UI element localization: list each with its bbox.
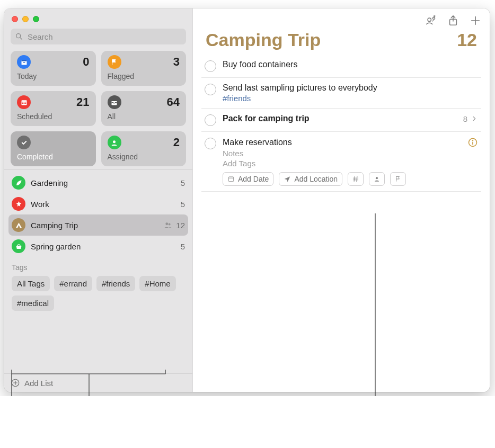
tent-icon [12, 218, 25, 232]
list-label: Spring garden [31, 242, 175, 251]
reminder-title: Make reservations [223, 138, 292, 147]
collaborate-icon[interactable] [425, 15, 437, 26]
svg-rect-3 [21, 60, 26, 61]
list-label: Gardening [31, 178, 175, 187]
smart-completed[interactable]: Completed [11, 131, 96, 166]
reminder-title: Pack for camping trip [223, 114, 310, 123]
smart-completed-label: Completed [17, 153, 90, 161]
smart-flagged[interactable]: 3 Flagged [101, 51, 187, 86]
add-location-label: Add Location [294, 175, 338, 183]
reminder-row[interactable]: Send last sampling pictures to everybody… [201, 78, 481, 109]
list-count: 12 [176, 221, 185, 230]
reminder-row-editing[interactable]: Make reservations Notes Add Tags Add Dat… [201, 132, 481, 192]
add-tag-button[interactable] [348, 172, 364, 186]
add-date-button[interactable]: Add Date [223, 172, 273, 186]
svg-rect-4 [23, 62, 25, 62]
reminder-row[interactable]: Pack for camping trip 8 [201, 109, 481, 132]
svg-point-18 [428, 18, 431, 21]
share-icon[interactable] [447, 15, 459, 26]
smart-assigned-count: 2 [173, 136, 180, 149]
list-title: Camping Trip [206, 30, 321, 50]
notes-field[interactable]: Notes [223, 149, 478, 158]
reminder-row[interactable]: Buy food containers [201, 55, 481, 78]
calendar-grid-icon [17, 95, 31, 109]
svg-rect-9 [22, 103, 23, 103]
close-window-button[interactable] [12, 16, 18, 22]
person-icon [373, 175, 381, 183]
tag-home[interactable]: #Home [139, 276, 175, 291]
check-icon [17, 136, 31, 149]
reminders-window: 0 Today 3 Flagged [4, 8, 490, 392]
list-camping-trip[interactable]: Camping Trip 12 [8, 214, 188, 236]
my-lists: Gardening 5 Work 5 Camping Trip [4, 169, 192, 313]
list-count: 5 [181, 178, 185, 187]
search-field[interactable] [11, 29, 186, 44]
smart-scheduled[interactable]: 21 Scheduled [11, 91, 96, 126]
zoom-window-button[interactable] [33, 16, 39, 22]
smart-today[interactable]: 0 Today [11, 51, 96, 86]
list-header: Camping Trip 12 [193, 29, 490, 55]
svg-point-0 [16, 34, 21, 38]
subtask-count: 8 [463, 114, 467, 123]
minimize-window-button[interactable] [22, 16, 29, 22]
list-gardening[interactable]: Gardening 5 [4, 172, 192, 193]
svg-point-13 [166, 222, 169, 225]
smart-flagged-label: Flagged [108, 72, 180, 80]
svg-rect-8 [25, 102, 26, 102]
assign-button[interactable] [369, 172, 385, 186]
smart-flagged-count: 3 [173, 55, 180, 69]
shared-icon [163, 220, 173, 230]
chevron-right-icon[interactable] [471, 115, 478, 122]
list-count: 5 [181, 242, 185, 251]
smart-lists: 0 Today 3 Flagged [4, 51, 192, 169]
complete-toggle[interactable] [205, 138, 216, 149]
calendar-icon [17, 55, 31, 69]
svg-rect-10 [23, 103, 24, 103]
smart-all-label: All [108, 112, 180, 121]
reminder-title: Send last sampling pictures to everybody [223, 83, 377, 93]
search-icon [15, 32, 23, 41]
basket-icon [12, 239, 25, 253]
main-panel: Camping Trip 12 Buy food containers Send… [193, 8, 490, 392]
complete-toggle[interactable] [205, 114, 216, 126]
add-list-button[interactable]: Add List [4, 373, 192, 392]
add-tags-field[interactable]: Add Tags [223, 159, 478, 168]
search-input[interactable] [26, 32, 182, 42]
calendar-icon [227, 175, 235, 183]
reminder-tag-link[interactable]: #friends [223, 94, 478, 103]
svg-point-28 [376, 177, 378, 179]
smart-today-count: 0 [83, 55, 89, 69]
location-icon [284, 175, 291, 183]
list-work[interactable]: Work 5 [4, 193, 192, 214]
window-controls [4, 8, 192, 25]
tag-all[interactable]: All Tags [12, 276, 50, 291]
svg-rect-5 [21, 100, 26, 105]
flag-button[interactable] [390, 172, 406, 186]
svg-point-12 [113, 140, 116, 143]
smart-scheduled-count: 21 [76, 95, 89, 109]
reminders-list: Buy food containers Send last sampling p… [193, 55, 490, 192]
smart-today-label: Today [17, 72, 90, 80]
smart-scheduled-label: Scheduled [17, 112, 90, 121]
info-icon[interactable] [467, 137, 478, 148]
svg-point-19 [432, 17, 435, 19]
smart-all-count: 64 [167, 95, 180, 109]
svg-rect-6 [22, 102, 23, 102]
tag-errand[interactable]: #errand [54, 276, 92, 291]
smart-assigned[interactable]: 2 Assigned [101, 131, 187, 166]
tags-list: All Tags #errand #friends #Home #medical [12, 276, 185, 311]
add-reminder-icon[interactable] [470, 15, 481, 26]
smart-assigned-label: Assigned [108, 153, 180, 161]
add-location-button[interactable]: Add Location [279, 172, 342, 186]
flag-icon [394, 175, 402, 183]
add-date-label: Add Date [238, 175, 269, 183]
complete-toggle[interactable] [205, 60, 216, 72]
tag-friends[interactable]: #friends [96, 276, 135, 291]
list-spring-garden[interactable]: Spring garden 5 [4, 236, 192, 257]
svg-rect-7 [23, 102, 24, 102]
tag-medical[interactable]: #medical [12, 295, 54, 311]
smart-all[interactable]: 64 All [101, 91, 187, 126]
star-icon [12, 197, 25, 211]
reminder-title: Buy food containers [223, 60, 297, 69]
complete-toggle[interactable] [205, 84, 216, 95]
